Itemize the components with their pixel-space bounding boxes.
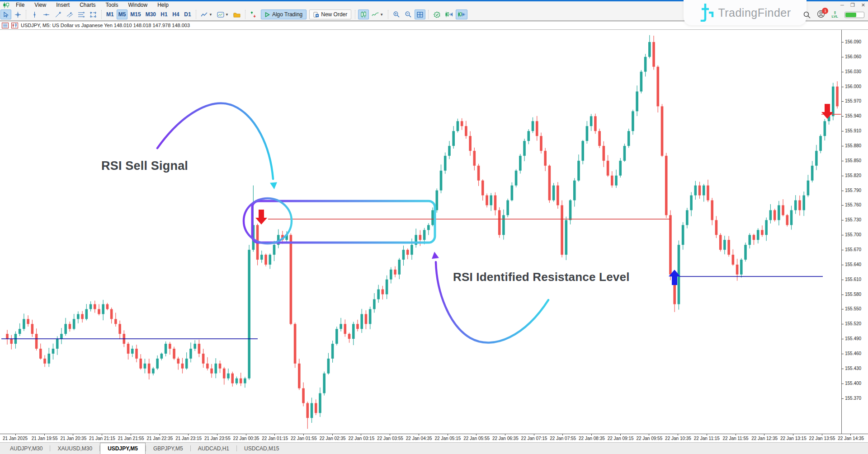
candle-body xyxy=(511,186,514,201)
time-tick xyxy=(649,434,649,435)
timeframe-d1-button[interactable]: D1 xyxy=(182,9,193,19)
price-tick xyxy=(842,205,844,206)
new-order-button[interactable]: New Order xyxy=(309,9,351,19)
time-label: 22 Jan 03:15 xyxy=(348,436,374,441)
menu-tools[interactable]: Tools xyxy=(101,2,123,8)
chart-window-button[interactable]: ▼ xyxy=(215,9,231,19)
price-tick xyxy=(842,131,844,131)
templates-folder-button[interactable] xyxy=(231,9,242,19)
candle-body xyxy=(23,319,25,329)
horizontal-line-tool-button[interactable] xyxy=(41,9,52,19)
zoom-in-button[interactable] xyxy=(391,9,402,19)
price-tick xyxy=(842,309,844,309)
restore-button[interactable]: ❐ xyxy=(850,2,855,8)
candle-body xyxy=(627,131,630,146)
shapes-tool-button[interactable] xyxy=(88,9,99,19)
price-label: 156.030 xyxy=(845,69,861,74)
candle-body xyxy=(223,369,226,379)
time-label: 22 Jan 01:15 xyxy=(262,436,288,441)
time-tick xyxy=(15,434,16,435)
candle-body xyxy=(335,329,338,344)
price-tick xyxy=(842,87,844,87)
candle-body xyxy=(90,304,92,309)
step-forward-button[interactable] xyxy=(443,9,455,19)
tab-audcad-h1[interactable]: AUDCAD,H1 xyxy=(191,443,236,454)
depth-list-icon[interactable] xyxy=(2,23,9,28)
candle-body xyxy=(590,116,593,126)
candle-body xyxy=(686,210,689,225)
time-tick xyxy=(332,434,333,435)
timeframe-m15-button[interactable]: M15 xyxy=(128,9,142,19)
price-label: 155.370 xyxy=(845,396,861,401)
candle-body xyxy=(365,314,368,324)
price-label: 155.820 xyxy=(845,173,861,178)
time-tick xyxy=(562,434,563,435)
fibonacci-tool-button[interactable] xyxy=(76,9,87,19)
search-icon[interactable] xyxy=(803,11,811,19)
close-button[interactable]: ✕ xyxy=(861,2,865,8)
tab-xauusd-m30[interactable]: XAUUSD,M30 xyxy=(50,443,99,454)
candle-body xyxy=(340,324,342,329)
vertical-line-tool-button[interactable] xyxy=(29,9,40,19)
time-label: 22 Jan 08:35 xyxy=(579,436,605,441)
candle-body xyxy=(244,379,246,384)
step-back-button[interactable] xyxy=(456,9,467,19)
time-tick xyxy=(620,434,621,435)
time-tick xyxy=(850,434,851,435)
tab-audjpy-m30[interactable]: AUDJPY,M30 xyxy=(3,443,50,454)
timeframe-m1-button[interactable]: M1 xyxy=(104,9,116,19)
profile-icon[interactable]: 1 xyxy=(817,10,825,20)
tab-gbpjpy-m5[interactable]: GBPJPY,M5 xyxy=(146,443,190,454)
signal-highlight-circle xyxy=(244,198,292,243)
price-label: 155.550 xyxy=(845,306,861,311)
strategy-tester-button[interactable] xyxy=(431,9,442,19)
tab-usdcad-m15[interactable]: USDCAD,M15 xyxy=(237,443,286,454)
crosshair-tool-button[interactable] xyxy=(12,9,23,19)
candle-body xyxy=(440,171,443,191)
time-axis[interactable]: 21 Jan 202521 Jan 19:5521 Jan 20:3521 Ja… xyxy=(0,434,868,442)
algo-trading-button[interactable]: Algo Trading xyxy=(261,9,307,19)
timeframe-m30-button[interactable]: M30 xyxy=(144,9,158,19)
menu-file[interactable]: File xyxy=(11,2,29,8)
price-tick xyxy=(842,354,844,354)
candle-body xyxy=(260,255,263,260)
candle-body xyxy=(118,324,121,334)
candle-body xyxy=(778,205,780,220)
menu-window[interactable]: Window xyxy=(123,2,153,8)
price-tick xyxy=(842,176,844,176)
candlestick-chart-button[interactable] xyxy=(358,9,369,19)
price-tick xyxy=(842,57,844,57)
candle-body xyxy=(656,67,659,107)
menu-insert[interactable]: Insert xyxy=(51,2,75,8)
channel-tool-button[interactable] xyxy=(64,9,75,19)
price-tick xyxy=(842,369,844,369)
timeframe-h4-button[interactable]: H4 xyxy=(170,9,181,19)
indicators-button[interactable]: ▼ xyxy=(370,9,385,19)
time-tick xyxy=(274,434,275,435)
timeframe-h1-button[interactable]: H1 xyxy=(159,9,170,19)
chart-canvas[interactable] xyxy=(0,30,841,434)
candle-body xyxy=(727,240,730,255)
mt5-window: File View Insert Charts Tools Window Hel… xyxy=(0,0,868,454)
price-tick xyxy=(842,42,844,42)
price-axis[interactable]: 156.090156.060156.030156.000155.970155.9… xyxy=(841,30,868,434)
menu-charts[interactable]: Charts xyxy=(75,2,100,8)
menu-help[interactable]: Help xyxy=(152,2,174,8)
minimize-button[interactable]: ─ xyxy=(840,2,844,8)
time-label: 22 Jan 07:15 xyxy=(521,436,547,441)
menu-view[interactable]: View xyxy=(29,2,51,8)
price-label: 156.090 xyxy=(845,39,861,44)
depth-of-market-button[interactable] xyxy=(248,9,259,19)
mini-chart-icon[interactable] xyxy=(11,23,18,28)
trendline-tool-button[interactable] xyxy=(52,9,63,19)
tile-windows-button[interactable] xyxy=(415,9,425,19)
time-label: 21 Jan 21:15 xyxy=(89,436,115,441)
timeframe-m5-button[interactable]: M5 xyxy=(117,9,128,19)
zoom-out-button[interactable] xyxy=(403,9,414,19)
candle-body xyxy=(390,270,392,280)
play-icon xyxy=(265,12,270,17)
candle-body xyxy=(753,235,755,240)
cursor-tool-button[interactable] xyxy=(0,9,11,19)
line-chart-type-button[interactable]: ▼ xyxy=(199,9,214,19)
tab-usdjpy-m5[interactable]: USDJPY,M5 xyxy=(100,443,146,454)
